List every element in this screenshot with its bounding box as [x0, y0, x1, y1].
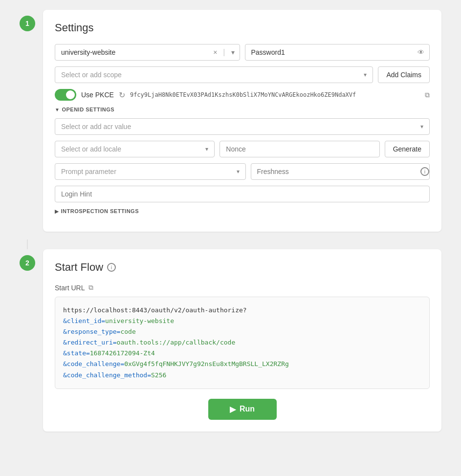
pkce-toggle[interactable]	[55, 89, 76, 101]
url-line-1: https://localhost:8443/oauth/v2/oauth-au…	[63, 305, 421, 316]
password-input[interactable]	[245, 44, 413, 60]
url-line-7: &code_challenge_method=S256	[63, 370, 421, 381]
pkce-refresh-icon[interactable]: ↻	[119, 90, 125, 100]
login-hint-input[interactable]	[55, 186, 430, 202]
client-id-input-wrapper: × | ▾	[55, 44, 240, 61]
run-button[interactable]: ▶ Run	[208, 399, 277, 420]
scope-select[interactable]: Select or add scope ▾	[55, 66, 373, 83]
url-line-6: &code_challenge=0xGVg4f5fqFNHKJVY7g92nsE…	[63, 359, 421, 369]
start-flow-step: 2 Start Flow i Start URL ⧉ https://local…	[20, 249, 441, 432]
acr-row: Select or add acr value ▾	[55, 118, 430, 135]
pkce-row: Use PKCE ↻ 9fcy9LjaH8Nk0ETEvX03PAd1Kszhs…	[55, 89, 430, 101]
nonce-input[interactable]	[220, 141, 379, 157]
eye-icon: 👁	[417, 48, 424, 56]
url-label: Start URL	[55, 284, 85, 292]
step-connector	[20, 239, 441, 249]
client-id-dropdown-button[interactable]: ▾	[226, 48, 240, 56]
url-code-box: https://localhost:8443/oauth/v2/oauth-au…	[55, 297, 430, 389]
locale-dropdown-arrow: ▾	[205, 146, 208, 152]
login-hint-row	[55, 186, 430, 202]
pkce-copy-icon[interactable]: ⧉	[425, 91, 430, 99]
acr-dropdown-arrow: ▾	[420, 123, 423, 130]
scope-dropdown-arrow: ▾	[364, 71, 367, 78]
toggle-password-button[interactable]: 👁	[413, 48, 429, 56]
step-2-circle: 2	[20, 255, 35, 271]
openid-arrow-icon: ▼	[55, 107, 60, 112]
start-flow-card: Start Flow i Start URL ⧉ https://localho…	[43, 249, 441, 432]
settings-card: Settings × | ▾ 👁	[43, 10, 441, 232]
introspection-section-header[interactable]: ▶ INTROSPECTION SETTINGS	[55, 208, 430, 214]
url-line-3: &response_type=code	[63, 326, 421, 337]
pkce-label: Use PKCE	[81, 91, 114, 99]
add-claims-button[interactable]: Add Claims	[378, 66, 430, 83]
introspection-arrow-icon: ▶	[55, 209, 59, 214]
start-flow-title: Start Flow i	[55, 261, 430, 274]
url-label-row: Start URL ⧉	[55, 283, 430, 292]
locale-select[interactable]: Select or add locale ▾	[55, 141, 215, 157]
freshness-info-icon[interactable]: i	[420, 167, 429, 176]
play-icon: ▶	[230, 405, 236, 414]
clear-client-id-button[interactable]: ×	[208, 48, 222, 56]
scope-row: Select or add scope ▾ Add Claims	[55, 66, 430, 83]
freshness-input[interactable]	[251, 164, 421, 179]
client-password-row: × | ▾ 👁	[55, 44, 430, 61]
openid-section-header[interactable]: ▼ OPENID SETTINGS	[55, 107, 430, 112]
freshness-input-wrapper: i	[251, 163, 430, 180]
url-line-2: &client_id=university-website	[63, 316, 421, 326]
url-line-4: &redirect_uri=oauth.tools://app/callback…	[63, 337, 421, 348]
start-flow-info-icon[interactable]: i	[107, 263, 116, 272]
prompt-select[interactable]: Prompt parameter ▾	[55, 163, 246, 180]
step-1-circle: 1	[20, 16, 35, 31]
prompt-dropdown-arrow: ▾	[237, 168, 240, 175]
pkce-value: 9fcy9LjaH8Nk0ETEvX03PAd1KszhsK0bSliX7MoY…	[130, 91, 420, 98]
url-copy-icon[interactable]: ⧉	[88, 283, 93, 292]
acr-select[interactable]: Select or add acr value ▾	[55, 118, 430, 135]
url-line-5: &state=1687426172094-Zt4	[63, 348, 421, 359]
password-input-wrapper: 👁	[245, 44, 430, 61]
generate-button[interactable]: Generate	[385, 141, 430, 157]
prompt-freshness-row: Prompt parameter ▾ i	[55, 163, 430, 180]
client-id-input[interactable]	[55, 44, 208, 60]
settings-title: Settings	[55, 22, 430, 34]
locale-nonce-row: Select or add locale ▾ Generate	[55, 141, 430, 157]
